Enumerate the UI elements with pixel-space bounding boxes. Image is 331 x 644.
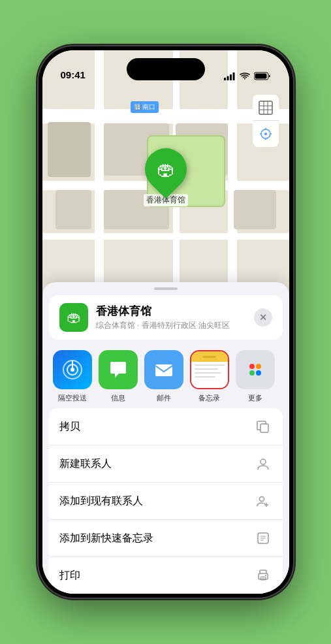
share-apps-row: 隔空投送 信息 xyxy=(42,345,289,408)
place-name: 香港体育馆 xyxy=(96,304,254,319)
airdrop-label: 隔空投送 xyxy=(58,393,87,403)
place-info: 香港体育馆 综合体育馆 · 香港特别行政区 油尖旺区 xyxy=(96,304,254,331)
mail-label: 邮件 xyxy=(157,393,171,403)
add-existing-label: 添加到现有联系人 xyxy=(59,494,143,508)
sheet-handle xyxy=(154,287,178,290)
compass-icon xyxy=(260,128,272,140)
copy-icon xyxy=(254,417,272,436)
map-controls xyxy=(253,95,279,147)
status-icons xyxy=(224,72,271,80)
battery-icon xyxy=(254,72,271,80)
svg-rect-2 xyxy=(230,74,232,80)
messages-label: 信息 xyxy=(111,393,125,403)
messages-symbol xyxy=(107,359,129,381)
svg-rect-6 xyxy=(259,101,272,114)
close-button[interactable]: ✕ xyxy=(254,308,272,327)
svg-point-8 xyxy=(264,133,267,135)
map-view-button[interactable] xyxy=(253,95,279,121)
svg-point-29 xyxy=(265,575,266,576)
messages-icon xyxy=(99,350,138,389)
pin-circle: 🏟 xyxy=(136,140,195,199)
pin-inner: 🏟 xyxy=(157,159,175,180)
map-block xyxy=(55,190,91,229)
svg-point-15 xyxy=(71,368,74,372)
new-contact-label: 新建联系人 xyxy=(59,457,112,471)
status-time: 09:41 xyxy=(61,69,86,80)
person-icon xyxy=(254,455,272,473)
bottom-sheet: 🏟 香港体育馆 综合体育馆 · 香港特别行政区 油尖旺区 ✕ xyxy=(42,282,289,594)
airdrop-symbol xyxy=(61,359,84,381)
add-note-label: 添加到新快速备忘录 xyxy=(59,532,153,545)
map-block xyxy=(234,190,276,229)
place-subtitle: 综合体育馆 · 香港特别行政区 油尖旺区 xyxy=(96,320,254,331)
mail-icon xyxy=(144,350,183,389)
mail-symbol xyxy=(153,359,175,381)
map-label: 🔢 南口 xyxy=(131,101,159,113)
action-copy[interactable]: 拷贝 xyxy=(49,408,283,445)
place-icon: 🏟 xyxy=(59,303,88,332)
action-print[interactable]: 打印 xyxy=(49,557,283,594)
place-header: 🏟 香港体育馆 综合体育馆 · 香港特别行政区 油尖旺区 ✕ xyxy=(49,295,283,340)
map-label-text: 南口 xyxy=(142,103,155,110)
svg-rect-28 xyxy=(260,577,266,580)
location-button[interactable] xyxy=(253,121,279,147)
svg-rect-5 xyxy=(255,74,266,79)
dynamic-island xyxy=(127,58,205,80)
share-app-notes[interactable]: 备忘录 xyxy=(190,350,229,403)
svg-rect-18 xyxy=(260,424,268,432)
more-icon xyxy=(236,350,275,389)
svg-rect-1 xyxy=(227,76,229,80)
notes-top xyxy=(191,351,228,362)
notes-icon-wrapper xyxy=(190,350,229,389)
share-app-messages[interactable]: 信息 xyxy=(99,350,138,403)
phone-screen: 09:41 xyxy=(42,50,289,594)
action-add-note[interactable]: 添加到新快速备忘录 xyxy=(49,520,283,557)
phone-frame: 09:41 xyxy=(39,46,293,598)
svg-rect-0 xyxy=(224,78,226,80)
svg-point-20 xyxy=(259,497,264,502)
print-icon xyxy=(254,566,272,585)
signal-icon xyxy=(224,72,236,80)
share-app-mail[interactable]: 邮件 xyxy=(144,350,183,403)
action-rows: 拷贝 新建联系人 xyxy=(49,408,283,594)
copy-label: 拷贝 xyxy=(59,420,80,434)
note-icon xyxy=(254,529,272,547)
wifi-icon xyxy=(240,72,250,80)
map-icon xyxy=(259,101,273,115)
person-add-icon xyxy=(254,492,272,510)
road xyxy=(42,233,289,240)
more-label: 更多 xyxy=(248,393,262,403)
svg-rect-17 xyxy=(155,364,172,376)
map-block xyxy=(48,122,91,177)
svg-rect-3 xyxy=(232,72,234,80)
share-app-airdrop[interactable]: 隔空投送 xyxy=(53,350,92,403)
svg-point-19 xyxy=(260,459,266,464)
share-app-more[interactable]: 更多 xyxy=(236,350,275,403)
airdrop-icon xyxy=(53,350,92,389)
notes-label: 备忘录 xyxy=(198,393,220,403)
notes-body xyxy=(191,362,228,389)
print-label: 打印 xyxy=(59,569,80,583)
action-add-existing[interactable]: 添加到现有联系人 xyxy=(49,483,283,520)
action-new-contact[interactable]: 新建联系人 xyxy=(49,445,283,483)
location-pin: 🏟 香港体育馆 xyxy=(144,148,188,206)
